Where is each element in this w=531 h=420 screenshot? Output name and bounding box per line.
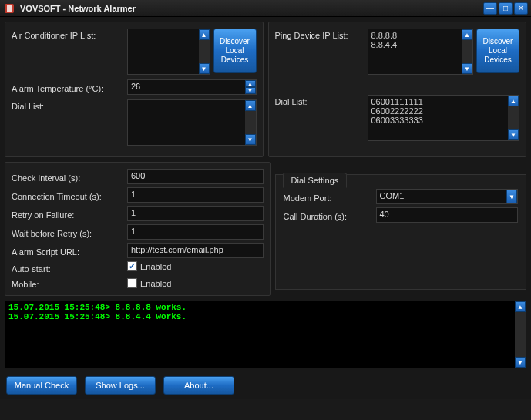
wait-retry-label: Wait before Retry (s): xyxy=(12,227,127,238)
scrollbar[interactable]: ▲ ▼ xyxy=(462,29,472,74)
alarm-temp-label: Alarm Temperature (°C): xyxy=(12,82,127,93)
mobile-cb-text: Enabled xyxy=(140,279,171,288)
ac-dial-list[interactable]: ▲ ▼ xyxy=(127,99,257,146)
titlebar-buttons: — □ × xyxy=(483,2,528,15)
modem-port-combo[interactable]: COM1 ▼ xyxy=(376,189,519,204)
scrollbar[interactable]: ▲ ▼ xyxy=(245,100,256,145)
minimize-button[interactable]: — xyxy=(483,2,497,15)
ping-list[interactable]: 8.8.8.8 8.8.4.4 ▲ ▼ xyxy=(368,29,474,75)
general-settings-panel: Check Interval (s): 600 Connection Timeo… xyxy=(5,162,271,296)
svg-rect-1 xyxy=(7,5,12,12)
scroll-down-icon[interactable]: ▼ xyxy=(462,63,472,74)
scroll-up-icon[interactable]: ▲ xyxy=(199,29,210,40)
conn-timeout-label: Connection Timeout (s): xyxy=(12,190,127,201)
maximize-button[interactable]: □ xyxy=(499,2,513,15)
about-button[interactable]: About... xyxy=(163,376,234,395)
autostart-cb-text: Enabled xyxy=(140,262,171,271)
chevron-down-icon[interactable]: ▼ xyxy=(506,190,517,203)
ping-list-label: Ping Device IP List: xyxy=(275,29,368,40)
log-output[interactable]: 15.07.2015 15:25:48> 8.8.8.8 works. 15.0… xyxy=(5,301,526,368)
scroll-up-icon[interactable]: ▲ xyxy=(245,100,256,111)
ac-dial-list-label: Dial List: xyxy=(12,99,127,111)
tab-dial-settings[interactable]: Dial Settings xyxy=(283,173,348,188)
bottom-toolbar: Manual Check Show Logs... About... xyxy=(5,373,526,395)
ping-dial-list[interactable]: 06001111111 06002222222 06003333333 ▲ ▼ xyxy=(368,95,520,141)
scroll-up-icon[interactable]: ▲ xyxy=(462,29,472,40)
window-title: VOVSOFT - Network Alarmer xyxy=(20,4,483,13)
scrollbar[interactable]: ▲ ▼ xyxy=(508,96,519,140)
spin-down-icon[interactable]: ▼ xyxy=(245,87,256,94)
ac-ip-list-label: Air Conditioner IP List: xyxy=(12,29,127,40)
conn-timeout-input[interactable]: 1 xyxy=(127,187,264,203)
alarm-url-label: Alarm Script URL: xyxy=(12,245,127,257)
scroll-down-icon[interactable]: ▼ xyxy=(515,357,526,368)
ac-panel: Air Conditioner IP List: ▲ ▼ Discover Lo… xyxy=(5,22,264,157)
dial-settings-panel: Dial Settings Modem Port: COM1 ▼ Call Du… xyxy=(275,162,527,296)
spin-up-icon[interactable]: ▲ xyxy=(245,80,256,87)
app-icon xyxy=(3,2,15,15)
alarm-temp-input[interactable]: 26 ▲ ▼ xyxy=(127,79,257,95)
scroll-up-icon[interactable]: ▲ xyxy=(508,96,519,106)
mobile-label: Mobile: xyxy=(12,277,127,289)
call-duration-input[interactable]: 40 xyxy=(376,207,519,223)
ping-panel: Ping Device IP List: 8.8.8.8 8.8.4.4 ▲ ▼… xyxy=(268,22,527,157)
show-logs-button[interactable]: Show Logs... xyxy=(85,376,156,395)
ping-dial-list-label: Dial List: xyxy=(275,95,368,106)
titlebar: VOVSOFT - Network Alarmer — □ × xyxy=(0,0,531,17)
alarm-url-input[interactable]: http://test.com/email.php xyxy=(127,243,264,258)
mobile-checkbox[interactable] xyxy=(127,278,137,288)
discover-devices-button-right[interactable]: Discover Local Devices xyxy=(476,29,519,73)
manual-check-button[interactable]: Manual Check xyxy=(6,376,77,395)
autostart-checkbox[interactable]: ✓ xyxy=(127,261,137,271)
scroll-down-icon[interactable]: ▼ xyxy=(508,129,519,140)
scroll-down-icon[interactable]: ▼ xyxy=(245,134,256,145)
check-interval-label: Check Interval (s): xyxy=(12,171,127,183)
discover-devices-button-left[interactable]: Discover Local Devices xyxy=(213,29,257,73)
scroll-up-icon[interactable]: ▲ xyxy=(515,301,526,312)
autostart-label: Auto-start: xyxy=(12,262,127,274)
close-button[interactable]: × xyxy=(514,2,528,15)
retry-input[interactable]: 1 xyxy=(127,206,264,221)
modem-port-label: Modem Port: xyxy=(284,191,376,203)
ac-ip-list[interactable]: ▲ ▼ xyxy=(127,29,210,75)
wait-retry-input[interactable]: 1 xyxy=(127,224,264,240)
scrollbar[interactable]: ▲ ▼ xyxy=(199,29,210,74)
check-interval-input[interactable]: 600 xyxy=(127,169,264,184)
retry-label: Retry on Failure: xyxy=(12,208,127,220)
scrollbar[interactable]: ▲ ▼ xyxy=(515,301,526,368)
call-duration-label: Call Duration (s): xyxy=(284,210,376,221)
scroll-down-icon[interactable]: ▼ xyxy=(199,63,210,74)
